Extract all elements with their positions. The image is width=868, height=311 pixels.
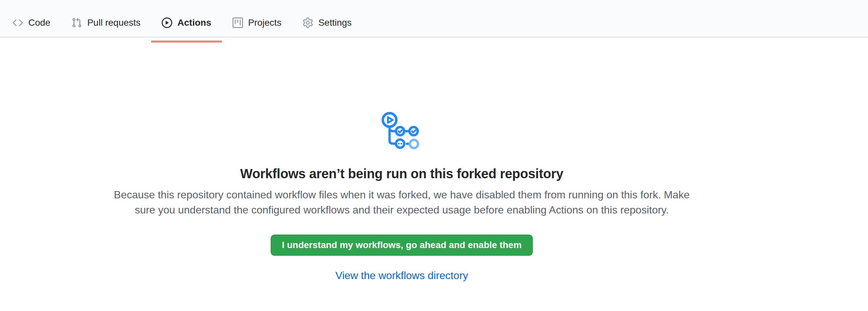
tab-label: Code bbox=[28, 18, 51, 27]
tab-label: Projects bbox=[248, 18, 282, 27]
page-title: Workflows aren’t being run on this forke… bbox=[240, 165, 563, 182]
blankslate-description: Because this repository contained workfl… bbox=[114, 187, 689, 217]
tab-label: Pull requests bbox=[87, 18, 141, 27]
description-line: Because this repository contained workfl… bbox=[114, 187, 689, 202]
actions-blankslate: Workflows aren’t being run on this forke… bbox=[0, 37, 836, 282]
enable-workflows-button[interactable]: I understand my workflows, go ahead and … bbox=[271, 235, 533, 256]
tab-pull-requests[interactable]: Pull requests bbox=[61, 9, 151, 37]
tab-code[interactable]: Code bbox=[2, 9, 61, 37]
project-icon bbox=[232, 18, 243, 28]
workflow-graph-icon bbox=[382, 112, 422, 152]
tab-settings[interactable]: Settings bbox=[292, 9, 362, 37]
code-icon bbox=[12, 18, 23, 28]
tab-projects[interactable]: Projects bbox=[222, 9, 292, 37]
repo-nav: Code Pull requests Actions Projects Sett… bbox=[0, 0, 868, 37]
tab-actions[interactable]: Actions bbox=[151, 9, 222, 37]
git-pull-request-icon bbox=[71, 18, 82, 28]
tab-label: Actions bbox=[178, 18, 211, 27]
description-line: sure you understand the configured workf… bbox=[114, 202, 689, 217]
gear-icon bbox=[303, 18, 313, 28]
view-workflows-directory-link[interactable]: View the workflows directory bbox=[335, 270, 468, 282]
play-icon bbox=[162, 18, 172, 28]
tab-label: Settings bbox=[318, 18, 352, 27]
